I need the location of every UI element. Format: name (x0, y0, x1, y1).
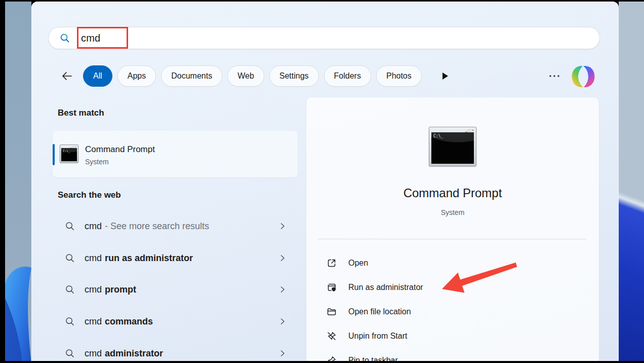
play-icon (441, 71, 449, 81)
detail-divider (318, 239, 586, 239)
open-external-icon (327, 258, 337, 268)
tab-all-label: All (93, 71, 102, 81)
tab-folders-label: Folders (334, 71, 361, 81)
search-icon (65, 253, 75, 263)
chevron-right-icon[interactable] (278, 349, 287, 357)
search-bar[interactable]: cmd (48, 27, 600, 49)
action-run-as-administrator[interactable]: Run as administrator (314, 275, 591, 300)
copilot-button[interactable] (571, 64, 595, 89)
search-icon (60, 33, 70, 43)
action-pin-to-taskbar[interactable]: Pin to taskbar (314, 348, 591, 361)
web-suggestion-row[interactable]: cmdrun as administrator (53, 244, 298, 272)
tab-settings[interactable]: Settings (269, 65, 319, 87)
action-label: Run as administrator (348, 283, 423, 292)
admin-shield-icon (327, 282, 337, 293)
chevron-right-icon[interactable] (278, 317, 287, 325)
tab-apps[interactable]: Apps (117, 65, 156, 87)
search-icon (65, 284, 75, 295)
tab-web-label: Web (237, 71, 254, 81)
filter-tabs-row: All Apps Documents Web Settings Folders … (59, 65, 449, 87)
web-suggestion-row[interactable]: cmdprompt (53, 275, 298, 304)
chevron-right-icon[interactable] (278, 254, 287, 262)
chevron-right-icon[interactable] (278, 285, 287, 294)
best-match-subtitle: System (85, 158, 155, 166)
chevron-right-icon[interactable] (278, 222, 287, 230)
search-icon (65, 348, 75, 358)
action-label: Unpin from Start (348, 332, 407, 341)
web-suggestion-row[interactable]: cmdcommands (53, 307, 298, 336)
tab-documents-label: Documents (171, 71, 212, 81)
desktop-wallpaper-left (5, 2, 31, 361)
tab-web[interactable]: Web (227, 65, 264, 87)
detail-title: Command Prompt (306, 186, 599, 200)
folder-icon (327, 307, 337, 317)
best-match-title: Command Prompt (85, 144, 155, 155)
search-the-web-heading: Search the web (58, 190, 121, 200)
action-unpin-from-start[interactable]: Unpin from Start (314, 324, 591, 348)
unpin-icon (327, 331, 337, 341)
more-options-button[interactable] (544, 70, 565, 82)
search-flyout-panel: cmd All Apps Documents Web Settings Fold… (31, 2, 619, 361)
suggestion-text: cmdcommands (85, 316, 153, 327)
tab-settings-label: Settings (279, 71, 309, 81)
command-prompt-icon: ▁▢✕ C:\_ (60, 144, 78, 163)
detail-subtitle: System (306, 208, 599, 216)
best-match-card[interactable]: ▁▢✕ C:\_ Command Prompt System (53, 131, 298, 177)
best-match-text: Command Prompt System (85, 144, 155, 166)
command-prompt-icon: ▁▢✕ C:\_ (429, 127, 476, 166)
suggestion-text: cmd- See more search results (85, 221, 209, 232)
search-icon (65, 221, 75, 231)
suggestion-text: cmdadministrator (85, 348, 163, 359)
selection-accent-bar (53, 144, 55, 165)
wallpaper-bloom-petal (5, 237, 31, 361)
ellipsis-icon (548, 74, 560, 78)
tab-apps-label: Apps (128, 71, 146, 81)
desktop-wallpaper-right (619, 2, 644, 361)
tab-photos[interactable]: Photos (376, 65, 422, 87)
back-button[interactable] (59, 68, 75, 84)
action-open[interactable]: Open (314, 251, 591, 275)
pin-icon (327, 355, 337, 361)
search-icon (65, 316, 75, 326)
tab-photos-label: Photos (386, 71, 412, 81)
action-label: Pin to taskbar (348, 356, 398, 361)
best-match-heading: Best match (58, 108, 104, 118)
tab-documents[interactable]: Documents (161, 65, 222, 87)
back-arrow-icon (61, 70, 73, 82)
tab-all[interactable]: All (83, 65, 112, 87)
copilot-icon (571, 64, 595, 89)
action-open-file-location[interactable]: Open file location (314, 300, 591, 324)
search-query-text[interactable]: cmd (81, 32, 100, 44)
action-label: Open (348, 259, 368, 268)
action-label: Open file location (348, 307, 411, 316)
windows-search-screen: { "colors": { "accent": "#0067c0", "high… (0, 0, 644, 363)
best-match-item[interactable]: ▁▢✕ C:\_ Command Prompt System (60, 144, 155, 166)
suggestion-text: cmdprompt (85, 284, 136, 295)
app-detail-panel: ▁▢✕ C:\_ Command Prompt System Open Run … (306, 97, 599, 361)
web-suggestion-row[interactable]: cmdadministrator (53, 339, 298, 361)
web-suggestion-row[interactable]: cmd- See more search results (53, 212, 298, 240)
expand-tabs-button[interactable] (441, 71, 449, 81)
tab-folders[interactable]: Folders (324, 65, 371, 87)
suggestion-text: cmdrun as administrator (85, 253, 193, 264)
